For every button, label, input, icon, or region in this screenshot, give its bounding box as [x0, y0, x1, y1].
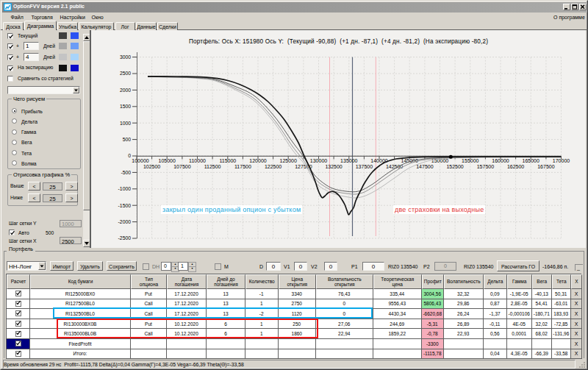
svg-text:-500: -500	[121, 170, 131, 175]
svg-text:3000: 3000	[120, 54, 131, 60]
svg-text:125000: 125000	[280, 158, 297, 163]
svg-text:157500: 157500	[477, 164, 494, 169]
svg-text:0: 0	[128, 153, 131, 158]
svg-text:147500: 147500	[416, 164, 433, 169]
svg-text:-2500: -2500	[118, 235, 132, 241]
svg-text:145000: 145000	[401, 158, 418, 163]
svg-text:137500: 137500	[356, 164, 373, 169]
svg-text:100000: 100000	[132, 158, 148, 163]
svg-text:155000: 155000	[462, 158, 478, 163]
svg-text:165000: 165000	[523, 158, 539, 163]
svg-text:105000: 105000	[159, 158, 176, 163]
svg-text:1500: 1500	[120, 104, 131, 109]
svg-text:122500: 122500	[265, 164, 282, 169]
svg-text:167500: 167500	[537, 164, 554, 169]
svg-text:2000: 2000	[120, 88, 131, 93]
svg-text:115000: 115000	[219, 158, 236, 163]
svg-text:135000: 135000	[340, 158, 357, 163]
svg-text:102500: 102500	[143, 164, 160, 169]
svg-text:2500: 2500	[120, 71, 131, 76]
svg-text:112500: 112500	[204, 164, 221, 169]
svg-text:130000: 130000	[310, 158, 327, 163]
svg-text:117500: 117500	[234, 164, 251, 169]
svg-text:110000: 110000	[189, 158, 206, 163]
svg-text:132500: 132500	[325, 164, 342, 169]
svg-text:500: 500	[123, 137, 132, 142]
svg-text:-1000: -1000	[118, 186, 132, 191]
svg-text:170000: 170000	[553, 158, 570, 163]
svg-text:107500: 107500	[173, 164, 190, 169]
svg-text:120000: 120000	[249, 158, 266, 163]
svg-text:-1500: -1500	[118, 203, 132, 208]
svg-text:1000: 1000	[120, 121, 131, 126]
svg-text:162500: 162500	[507, 164, 524, 169]
svg-text:152500: 152500	[446, 164, 463, 169]
svg-text:160000: 160000	[492, 158, 509, 163]
svg-text:-2000: -2000	[118, 219, 132, 224]
